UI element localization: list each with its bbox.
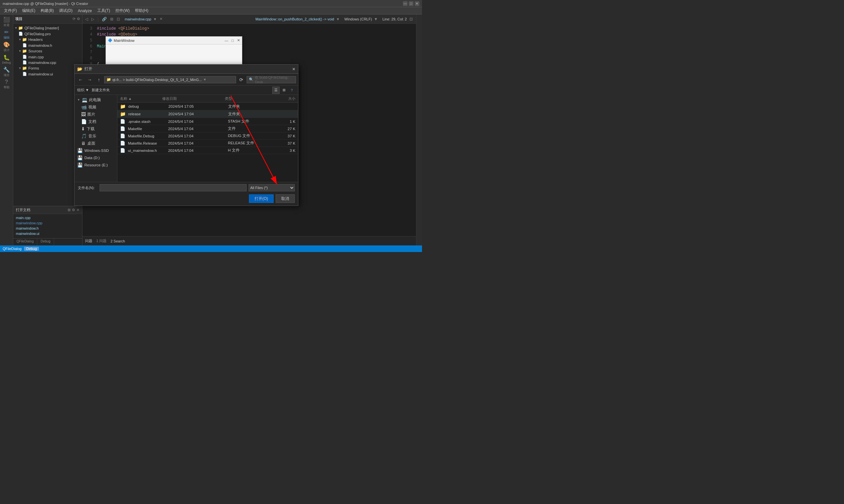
fd-filename-input[interactable] bbox=[100, 184, 247, 192]
menu-edit[interactable]: 编辑(E) bbox=[19, 7, 38, 14]
search-tab[interactable]: 2 Search bbox=[110, 239, 125, 243]
doc-item-mainwindow-cpp[interactable]: mainwindow.cpp bbox=[15, 220, 80, 226]
fd-left-downloads[interactable]: ⬇ 下载 bbox=[74, 125, 117, 132]
app-preview-max-btn[interactable]: □ bbox=[231, 38, 234, 42]
menu-tools[interactable]: 工具(T) bbox=[94, 7, 113, 14]
fd-filetype-select[interactable]: All Files (*) bbox=[248, 184, 295, 192]
fd-left-video[interactable]: 📹 视频 bbox=[74, 104, 117, 111]
fd-refresh-button[interactable]: ⟳ bbox=[237, 76, 245, 83]
right-scrollbar[interactable] bbox=[416, 15, 422, 246]
fd-up-button[interactable]: ↑ bbox=[95, 76, 103, 83]
menu-help[interactable]: 帮助(H) bbox=[132, 7, 151, 14]
tree-mainwindow-h[interactable]: 📄 mainwindow.h bbox=[13, 42, 82, 48]
fd-file-ui-mainwindow[interactable]: 📄 ui_mainwindow.h 2024/5/4 17:04 H 文件 3 … bbox=[117, 147, 298, 154]
col-size[interactable]: 大小 bbox=[267, 96, 295, 101]
doc-item-mainwindow-h[interactable]: mainwindow.h bbox=[15, 226, 80, 231]
debug-date: 2024/5/4 17:05 bbox=[169, 104, 227, 108]
editor-toolbar: ◁ ▷ | 🔗 ⊞ ⊡ mainwindow.cpp ▼ ✕ MainWindo… bbox=[82, 15, 416, 24]
fd-left-resource[interactable]: 💾 Resource (E:) bbox=[74, 161, 117, 169]
app-preview-close-btn[interactable]: ✕ bbox=[237, 38, 240, 42]
fd-view-list-btn[interactable]: ☰ bbox=[272, 87, 279, 94]
issues-tab[interactable]: 问题 bbox=[85, 238, 92, 244]
expand-icon[interactable]: ⊡ bbox=[408, 16, 415, 22]
menu-bar: 文件(F) 编辑(E) 构建(B) 调试(D) Analyze 工具(T) 控件… bbox=[0, 7, 422, 15]
fd-view-grid-btn[interactable]: ⊞ bbox=[280, 87, 288, 94]
pro-file-label: QFileDialog.pro bbox=[24, 32, 51, 36]
fd-bottom: 文件名(N): All Files (*) 打开(O) 取消 bbox=[74, 182, 298, 205]
fd-organize-btn[interactable]: 组织 ▼ bbox=[77, 88, 89, 93]
fd-back-button[interactable]: ← bbox=[76, 76, 84, 83]
tree-mainwindow-cpp[interactable]: 📄 mainwindow.cpp bbox=[13, 60, 82, 65]
open-docs-filter-icon[interactable]: ⊞ bbox=[68, 208, 71, 212]
tree-mainwindow-ui[interactable]: 📄 mainwindow.ui bbox=[13, 71, 82, 77]
fd-left-windows-ssd[interactable]: 💾 Windows-SSD bbox=[74, 147, 117, 154]
open-docs-settings-icon[interactable]: ⚙ bbox=[72, 208, 75, 212]
project-toolbar: 项目 ⟳ ⚙ bbox=[13, 15, 82, 24]
fd-left-pictures[interactable]: 🖼 图片 bbox=[74, 111, 117, 118]
tree-headers-folder[interactable]: ▼ 📁 Headers bbox=[13, 37, 82, 42]
tree-forms-folder[interactable]: ▼ 📁 Forms bbox=[13, 65, 82, 71]
fd-left-music[interactable]: 🎵 音乐 bbox=[74, 132, 117, 140]
menu-build[interactable]: 构建(B) bbox=[38, 7, 56, 14]
app-preview-min-btn[interactable]: — bbox=[225, 38, 228, 42]
fd-help-btn[interactable]: ? bbox=[288, 87, 295, 94]
fd-file-makefile-release[interactable]: 📄 Makefile.Release 2024/5/4 17:04 RELEAS… bbox=[117, 140, 298, 147]
project-settings-icon[interactable]: ⚙ bbox=[77, 17, 80, 21]
menu-controls[interactable]: 控件(W) bbox=[113, 7, 132, 14]
fd-file-qmake-stash[interactable]: 📄 .qmake.stash 2024/5/4 17:04 STASH 文件 1… bbox=[117, 118, 298, 125]
tree-sources-folder[interactable]: ▼ 📁 Sources bbox=[13, 48, 82, 54]
fd-left-docs[interactable]: 📄 文档 bbox=[74, 118, 117, 125]
project-tree: ▼ 📁 QFileDialog [master] 📄 QFileDialog.p… bbox=[13, 24, 82, 206]
fd-forward-button[interactable]: → bbox=[86, 76, 93, 83]
fd-cancel-button[interactable]: 取消 bbox=[276, 194, 295, 203]
fd-close-button[interactable]: ✕ bbox=[292, 67, 295, 71]
help-icon: ? bbox=[5, 79, 8, 85]
fd-new-folder-btn[interactable]: 新建文件夹 bbox=[92, 88, 110, 93]
toolbar-back-icon[interactable]: ◁ bbox=[84, 16, 89, 22]
maximize-button[interactable]: □ bbox=[409, 1, 413, 6]
fd-search-bar[interactable]: 🔍 在 build-QFileDialog-Desk... bbox=[247, 76, 296, 83]
toolbar-forward-icon[interactable]: ▷ bbox=[90, 16, 96, 22]
sidebar-item-edit[interactable]: ✏ 编辑 bbox=[1, 28, 13, 40]
fd-left-computer[interactable]: ▼ 💻 此电脑 bbox=[74, 96, 117, 104]
fd-path-bar[interactable]: 📁 qt-fr... > build-QFileDialog-Desktop_Q… bbox=[104, 76, 236, 83]
tree-root[interactable]: ▼ 📁 QFileDialog [master] bbox=[13, 25, 82, 31]
toolbar-close-icon[interactable]: ⊡ bbox=[115, 16, 121, 22]
tab-debug-bottom[interactable]: Debug bbox=[37, 238, 54, 246]
col-date[interactable]: 修改日期 bbox=[162, 96, 224, 101]
fd-file-release[interactable]: 📁 release 2024/5/4 17:04 文件夹 bbox=[117, 110, 298, 118]
fd-open-button[interactable]: 打开(O) bbox=[249, 194, 274, 203]
menu-file[interactable]: 文件(F) bbox=[1, 7, 19, 14]
doc-item-main-cpp[interactable]: main.cpp bbox=[15, 215, 80, 220]
col-type[interactable]: 类型 bbox=[225, 96, 266, 101]
fd-search-placeholder: 在 build-QFileDialog-Desk... bbox=[255, 75, 294, 84]
fd-file-makefile[interactable]: 📄 Makefile 2024/5/4 17:04 文件 27 K bbox=[117, 125, 298, 132]
doc-item-mainwindow-ui[interactable]: mainwindow.ui bbox=[15, 231, 80, 236]
toolbar-split-icon[interactable]: ⊞ bbox=[109, 16, 115, 22]
toolbar-bookmark-icon[interactable]: 🔗 bbox=[101, 16, 108, 22]
open-docs-close-icon[interactable]: ✕ bbox=[76, 208, 80, 212]
window-controls[interactable]: — □ ✕ bbox=[403, 1, 419, 6]
sidebar-item-help[interactable]: ? 帮助 bbox=[1, 78, 13, 90]
function-label: MainWindow::on_pushButton_2_clicked() ->… bbox=[256, 17, 334, 21]
makefile-size: 27 K bbox=[268, 127, 295, 131]
fd-file-makefile-debug[interactable]: 📄 Makefile.Debug 2024/5/4 17:04 DEBUG 文件… bbox=[117, 132, 298, 140]
minimize-button[interactable]: — bbox=[403, 1, 408, 6]
close-button[interactable]: ✕ bbox=[415, 1, 419, 6]
fd-file-debug[interactable]: 📁 debug 2024/5/4 17:05 文件夹 bbox=[117, 103, 298, 110]
ssd-icon: 💾 bbox=[77, 148, 83, 153]
fd-left-desktop[interactable]: 🖥 桌面 bbox=[74, 140, 117, 147]
menu-debug[interactable]: 调试(D) bbox=[56, 7, 75, 14]
app-preview-title: MainWindow bbox=[114, 38, 135, 42]
menu-analyze[interactable]: Analyze bbox=[75, 8, 94, 14]
fd-left-data[interactable]: 💾 Data (D:) bbox=[74, 154, 117, 161]
sidebar-item-design[interactable]: 🎨 设计 bbox=[1, 41, 13, 53]
tab-qfiledialog[interactable]: QFileDialog bbox=[13, 238, 37, 246]
sidebar-item-project[interactable]: 🔧 项目 bbox=[1, 66, 13, 78]
col-name[interactable]: 名称 ▲ bbox=[120, 96, 161, 101]
project-filter-icon[interactable]: ⟳ bbox=[72, 17, 75, 21]
sidebar-item-welcome[interactable]: ⬛ 欢迎 bbox=[1, 16, 13, 28]
tree-pro-file[interactable]: 📄 QFileDialog.pro bbox=[13, 31, 82, 37]
tree-main-cpp[interactable]: 📄 main.cpp bbox=[13, 54, 82, 60]
sidebar-item-debug[interactable]: 🐛 Debug bbox=[1, 53, 13, 65]
